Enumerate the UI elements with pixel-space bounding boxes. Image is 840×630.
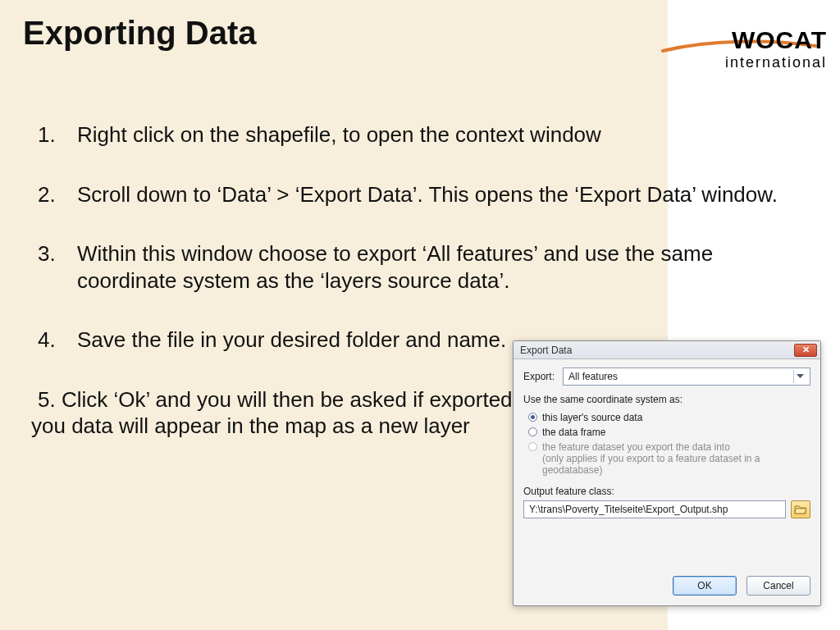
dialog-title: Export Data [520, 345, 572, 356]
step-number: 3. [31, 240, 77, 294]
output-path-value: Y:\trans\Poverty_Titelseite\Export_Outpu… [529, 504, 728, 515]
radio-icon [528, 427, 537, 436]
close-button[interactable]: ✕ [794, 344, 817, 357]
export-data-dialog: Export Data ✕ Export: All features Use t… [513, 340, 821, 606]
step-number: 5. [31, 387, 56, 412]
output-row: Y:\trans\Poverty_Titelseite\Export_Outpu… [523, 500, 810, 518]
step-2: 2. Scroll down to ‘Data’ > ‘Export Data’… [31, 181, 802, 208]
logo: WOCAT international [671, 28, 827, 71]
step-3: 3. Within this window choose to export ‘… [31, 240, 802, 294]
radio-feature-dataset: the feature dataset you export the data … [523, 440, 810, 477]
step-number: 2. [31, 181, 77, 208]
logo-subtext: international [671, 54, 827, 71]
slide: Exporting Data WOCAT international 1. Ri… [0, 0, 840, 630]
dialog-titlebar[interactable]: Export Data ✕ [514, 341, 820, 359]
step-text: Right click on the shapefile, to open th… [77, 121, 802, 148]
coord-prompt: Use the same coordinate system as: [523, 394, 810, 405]
dialog-body: Export: All features Use the same coordi… [514, 359, 820, 568]
step-1: 1. Right click on the shapefile, to open… [31, 121, 802, 148]
radio-label: the data frame [542, 427, 605, 438]
cancel-label: Cancel [763, 580, 793, 591]
titlebar-controls: ✕ [794, 344, 817, 357]
folder-open-icon [794, 504, 807, 515]
export-row: Export: All features [523, 368, 810, 386]
ok-button[interactable]: OK [673, 576, 737, 596]
close-icon: ✕ [802, 345, 810, 354]
radio-label: the feature dataset you export the data … [542, 441, 810, 453]
ok-label: OK [697, 580, 711, 591]
logo-wordmark: WOCAT [671, 28, 827, 52]
output-label: Output feature class: [523, 486, 810, 497]
step-number: 1. [31, 121, 77, 148]
dialog-spacer [523, 518, 810, 561]
chevron-down-icon [793, 370, 806, 383]
radio-data-frame[interactable]: the data frame [523, 425, 810, 440]
cancel-button[interactable]: Cancel [746, 576, 810, 596]
step-text: Scroll down to ‘Data’ > ‘Export Data’. T… [77, 181, 802, 208]
slide-title: Exporting Data [23, 15, 256, 52]
radio-label-note: (only applies if you export to a feature… [542, 453, 810, 476]
radio-label: this layer's source data [542, 412, 642, 423]
radio-label-wrap: the feature dataset you export the data … [542, 441, 810, 476]
export-combobox[interactable]: All features [563, 368, 810, 386]
browse-button[interactable] [791, 500, 810, 518]
dialog-button-row: OK Cancel [514, 568, 820, 605]
step-text: Within this window choose to export ‘All… [77, 240, 802, 294]
export-value: All features [568, 371, 618, 382]
radio-icon [528, 413, 537, 422]
radio-source-data[interactable]: this layer's source data [523, 410, 810, 425]
radio-icon [528, 442, 537, 451]
step-number: 4. [31, 326, 77, 354]
output-path-input[interactable]: Y:\trans\Poverty_Titelseite\Export_Outpu… [523, 500, 786, 518]
export-label: Export: [523, 371, 563, 382]
